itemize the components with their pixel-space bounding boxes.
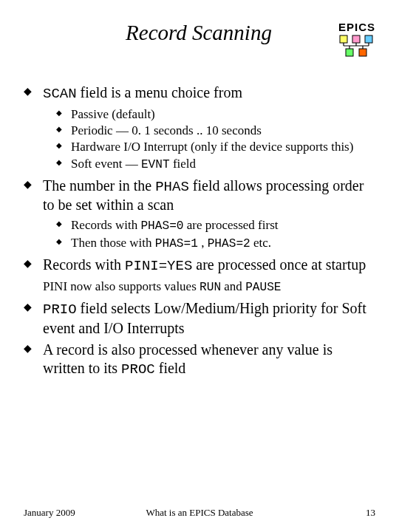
footer: January 2009 What is an EPICS Database 1… (24, 507, 375, 519)
slide-title: Record Scanning (61, 21, 337, 45)
sub-phas12: Then those with PHAS=1 , PHAS=2 etc. (56, 235, 375, 251)
svg-rect-9 (346, 49, 353, 56)
logo-icon (337, 35, 375, 57)
mono-phas: PHAS (155, 179, 189, 195)
mono-proc: PROC (121, 361, 155, 378)
text: , (198, 236, 208, 250)
svg-rect-10 (359, 49, 366, 56)
text: field (155, 360, 186, 376)
mono-evnt: EVNT (141, 158, 170, 171)
pini-note: PINI now also supports values RUN and PA… (43, 279, 375, 295)
slide: Record Scanning EPICS SCAN field is a me… (0, 0, 399, 532)
mono-phas0: PHAS=0 (140, 219, 183, 233)
text: PINI now also supports values (43, 279, 200, 293)
bullet-scan: SCAN field is a menu choice from Passive… (24, 83, 375, 172)
text: field (170, 157, 196, 171)
mono-phas2: PHAS=2 (208, 237, 250, 250)
text: and (221, 279, 245, 293)
bullet-prio: PRIO field selects Low/Medium/High prior… (24, 299, 375, 338)
footer-title: What is an EPICS Database (24, 507, 375, 519)
mono-scan: SCAN (43, 86, 77, 102)
text: field selects Low/Medium/High priority f… (43, 300, 366, 336)
sub-softevent: Soft event — EVNT field (56, 156, 375, 172)
svg-rect-2 (365, 35, 372, 43)
text: The number in the (43, 177, 155, 194)
mono-pause: PAUSE (245, 281, 281, 294)
text: etc. (250, 236, 271, 250)
text: Records with (71, 218, 140, 232)
svg-rect-1 (352, 35, 360, 43)
bullet-proc: A record is also processed whenever any … (24, 341, 375, 379)
sub-passive: Passive (default) (56, 106, 375, 122)
sub-hwio: Hardware I/O Interrupt (only if the devi… (56, 139, 375, 154)
text: are processed first (184, 218, 279, 232)
content: SCAN field is a menu choice from Passive… (24, 83, 375, 378)
text: Records with (43, 256, 125, 273)
sub-phas0: Records with PHAS=0 are processed first (56, 217, 375, 233)
mono-prio: PRIO (43, 301, 77, 318)
mono-piniyes: PINI=YES (125, 258, 192, 274)
sub-periodic: Periodic — 0. 1 seconds .. 10 seconds (56, 123, 375, 138)
mono-phas1: PHAS=1 (155, 237, 198, 250)
logo-text: EPICS (338, 21, 375, 33)
bullet-phas: The number in the PHAS field allows proc… (24, 177, 375, 251)
text: are processed once at startup (192, 256, 366, 273)
bullet-pini: Records with PINI=YES are processed once… (24, 256, 375, 276)
text: Soft event — (71, 157, 141, 171)
mono-run: RUN (200, 281, 221, 294)
text: field is a menu choice from (77, 84, 242, 100)
epics-logo: EPICS (337, 21, 375, 57)
svg-rect-0 (340, 35, 347, 43)
header: Record Scanning EPICS (24, 21, 375, 57)
text: Then those with (71, 236, 155, 250)
text: A record is also processed whenever any … (43, 341, 332, 376)
